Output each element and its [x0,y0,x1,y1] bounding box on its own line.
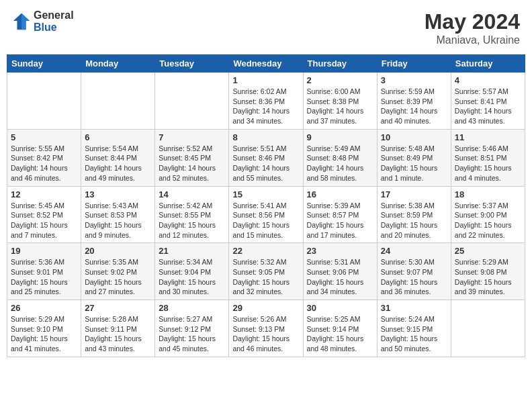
day-number: 4 [455,75,521,85]
month-year-title: May 2024 [425,9,520,34]
day-cell: 9Sunrise: 5:49 AM Sunset: 8:48 PM Daylig… [303,129,377,186]
day-cell: 8Sunrise: 5:51 AM Sunset: 8:46 PM Daylig… [229,129,303,186]
day-number: 2 [307,75,373,85]
day-info: Sunrise: 5:51 AM Sunset: 8:46 PM Dayligh… [232,144,299,183]
day-number: 17 [381,189,447,199]
weekday-header-monday: Monday [81,55,155,73]
day-info: Sunrise: 6:00 AM Sunset: 8:38 PM Dayligh… [307,87,373,126]
day-cell: 1Sunrise: 6:02 AM Sunset: 8:36 PM Daylig… [229,73,303,130]
day-number: 14 [159,189,225,199]
day-cell: 23Sunrise: 5:31 AM Sunset: 9:06 PM Dayli… [303,243,377,300]
day-number: 15 [232,189,299,199]
day-cell: 10Sunrise: 5:48 AM Sunset: 8:49 PM Dayli… [377,129,451,186]
day-cell [7,73,81,130]
day-number: 26 [11,303,77,313]
day-number: 18 [455,189,521,199]
day-info: Sunrise: 5:49 AM Sunset: 8:48 PM Dayligh… [307,144,373,183]
day-info: Sunrise: 5:39 AM Sunset: 8:57 PM Dayligh… [307,201,373,240]
day-cell: 13Sunrise: 5:43 AM Sunset: 8:53 PM Dayli… [81,186,155,243]
day-cell: 30Sunrise: 5:25 AM Sunset: 9:14 PM Dayli… [303,300,377,357]
day-number: 6 [85,132,151,142]
weekday-header-friday: Friday [377,55,451,73]
day-cell: 18Sunrise: 5:37 AM Sunset: 9:00 PM Dayli… [451,186,525,243]
day-cell: 17Sunrise: 5:38 AM Sunset: 8:59 PM Dayli… [377,186,451,243]
day-info: Sunrise: 5:59 AM Sunset: 8:39 PM Dayligh… [381,87,447,126]
weekday-header-thursday: Thursday [303,55,377,73]
calendar-table: SundayMondayTuesdayWednesdayThursdayFrid… [7,54,525,357]
day-info: Sunrise: 5:29 AM Sunset: 9:08 PM Dayligh… [455,257,521,297]
day-number: 19 [11,246,77,256]
day-info: Sunrise: 5:57 AM Sunset: 8:41 PM Dayligh… [455,87,521,126]
week-row-1: 1Sunrise: 6:02 AM Sunset: 8:36 PM Daylig… [7,73,525,130]
day-info: Sunrise: 5:54 AM Sunset: 8:44 PM Dayligh… [85,144,151,183]
day-number: 10 [381,132,447,142]
day-info: Sunrise: 5:26 AM Sunset: 9:13 PM Dayligh… [232,314,299,354]
day-info: Sunrise: 5:29 AM Sunset: 9:10 PM Dayligh… [11,314,77,354]
day-cell: 11Sunrise: 5:46 AM Sunset: 8:51 PM Dayli… [451,129,525,186]
logo-text: General Blue [34,9,74,33]
weekday-header-wednesday: Wednesday [229,55,303,73]
day-number: 7 [159,132,225,142]
day-cell: 15Sunrise: 5:41 AM Sunset: 8:56 PM Dayli… [229,186,303,243]
day-number: 28 [159,303,225,313]
day-info: Sunrise: 5:34 AM Sunset: 9:04 PM Dayligh… [159,257,225,297]
day-info: Sunrise: 5:30 AM Sunset: 9:07 PM Dayligh… [381,257,447,297]
weekday-header-row: SundayMondayTuesdayWednesdayThursdayFrid… [7,55,525,73]
svg-marker-1 [21,13,30,29]
day-number: 25 [455,246,521,256]
day-info: Sunrise: 5:41 AM Sunset: 8:56 PM Dayligh… [232,201,299,240]
day-info: Sunrise: 5:52 AM Sunset: 8:45 PM Dayligh… [159,144,225,183]
day-number: 24 [381,246,447,256]
day-info: Sunrise: 5:31 AM Sunset: 9:06 PM Dayligh… [307,257,373,297]
day-cell: 27Sunrise: 5:28 AM Sunset: 9:11 PM Dayli… [81,300,155,357]
day-cell: 7Sunrise: 5:52 AM Sunset: 8:45 PM Daylig… [155,129,229,186]
week-row-3: 12Sunrise: 5:45 AM Sunset: 8:52 PM Dayli… [7,186,525,243]
location-subtitle: Maniava, Ukraine [425,34,520,46]
week-row-2: 5Sunrise: 5:55 AM Sunset: 8:42 PM Daylig… [7,129,525,186]
day-number: 9 [307,132,373,142]
day-info: Sunrise: 5:37 AM Sunset: 9:00 PM Dayligh… [455,201,521,240]
day-number: 1 [232,75,299,85]
day-info: Sunrise: 5:27 AM Sunset: 9:12 PM Dayligh… [159,314,225,354]
day-cell: 25Sunrise: 5:29 AM Sunset: 9:08 PM Dayli… [451,243,525,300]
day-cell: 28Sunrise: 5:27 AM Sunset: 9:12 PM Dayli… [155,300,229,357]
day-cell: 26Sunrise: 5:29 AM Sunset: 9:10 PM Dayli… [7,300,81,357]
day-number: 23 [307,246,373,256]
day-cell [451,300,525,357]
week-row-5: 26Sunrise: 5:29 AM Sunset: 9:10 PM Dayli… [7,300,525,357]
day-number: 27 [85,303,151,313]
day-info: Sunrise: 5:45 AM Sunset: 8:52 PM Dayligh… [11,201,77,240]
day-cell: 21Sunrise: 5:34 AM Sunset: 9:04 PM Dayli… [155,243,229,300]
day-info: Sunrise: 5:25 AM Sunset: 9:14 PM Dayligh… [307,314,373,354]
page-header: General Blue May 2024 Maniava, Ukraine [7,7,525,49]
day-cell: 5Sunrise: 5:55 AM Sunset: 8:42 PM Daylig… [7,129,81,186]
day-cell: 22Sunrise: 5:32 AM Sunset: 9:05 PM Dayli… [229,243,303,300]
logo-icon [12,12,31,31]
day-info: Sunrise: 5:43 AM Sunset: 8:53 PM Dayligh… [85,201,151,240]
day-number: 31 [381,303,447,313]
day-number: 21 [159,246,225,256]
day-cell: 4Sunrise: 5:57 AM Sunset: 8:41 PM Daylig… [451,73,525,130]
title-block: May 2024 Maniava, Ukraine [425,9,520,46]
day-cell: 12Sunrise: 5:45 AM Sunset: 8:52 PM Dayli… [7,186,81,243]
day-info: Sunrise: 5:24 AM Sunset: 9:15 PM Dayligh… [381,314,447,354]
day-number: 13 [85,189,151,199]
day-number: 11 [455,132,521,142]
day-cell: 6Sunrise: 5:54 AM Sunset: 8:44 PM Daylig… [81,129,155,186]
day-number: 12 [11,189,77,199]
day-cell: 31Sunrise: 5:24 AM Sunset: 9:15 PM Dayli… [377,300,451,357]
day-cell: 3Sunrise: 5:59 AM Sunset: 8:39 PM Daylig… [377,73,451,130]
day-number: 29 [232,303,299,313]
day-cell: 19Sunrise: 5:36 AM Sunset: 9:01 PM Dayli… [7,243,81,300]
day-cell: 20Sunrise: 5:35 AM Sunset: 9:02 PM Dayli… [81,243,155,300]
day-cell: 14Sunrise: 5:42 AM Sunset: 8:55 PM Dayli… [155,186,229,243]
day-number: 30 [307,303,373,313]
logo-blue-text: Blue [34,21,74,34]
day-info: Sunrise: 5:42 AM Sunset: 8:55 PM Dayligh… [159,201,225,240]
day-cell: 29Sunrise: 5:26 AM Sunset: 9:13 PM Dayli… [229,300,303,357]
day-info: Sunrise: 5:28 AM Sunset: 9:11 PM Dayligh… [85,314,151,354]
day-cell [155,73,229,130]
day-number: 16 [307,189,373,199]
weekday-header-sunday: Sunday [7,55,81,73]
day-info: Sunrise: 5:32 AM Sunset: 9:05 PM Dayligh… [232,257,299,297]
